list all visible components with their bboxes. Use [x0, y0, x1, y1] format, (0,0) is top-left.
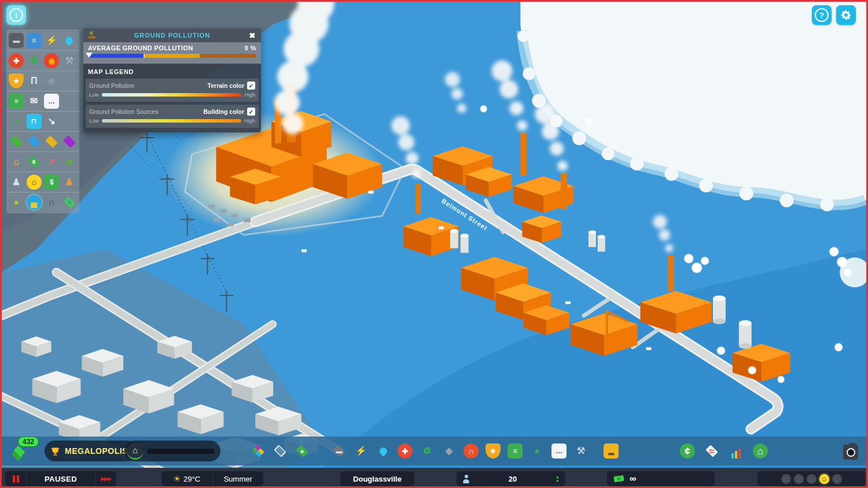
public-transport-icon[interactable]: ≡ — [27, 33, 42, 48]
settings-button[interactable] — [836, 5, 856, 25]
fire-rescue-icon[interactable]: ◉ — [44, 53, 59, 68]
police-icon[interactable]: ★ — [486, 443, 501, 459]
panel-title: GROUND POLLUTION — [97, 32, 247, 39]
photo-mode-icon[interactable] — [843, 445, 858, 460]
money-widget[interactable]: ∞ — [607, 471, 715, 486]
maintenance-icon[interactable]: ⚒ — [62, 53, 77, 68]
land-value-icon[interactable]: ● — [9, 195, 24, 210]
happiness-icon[interactable]: ☺ — [27, 175, 42, 190]
economy-icon[interactable]: ¢ — [680, 443, 695, 459]
residential-icon[interactable]: ⌂ — [9, 154, 24, 169]
zoning-icon[interactable] — [251, 443, 266, 459]
terrain-color-checkbox[interactable]: ✓ — [247, 82, 255, 90]
population-trend-icon: ▲▲ — [556, 475, 560, 482]
landscaping-icon[interactable]: ♠ — [295, 443, 310, 459]
money-icon — [613, 475, 624, 482]
population-icon[interactable]: ♟ — [9, 175, 24, 190]
help-icon: ? — [815, 8, 829, 22]
info-icon: i — [9, 8, 23, 22]
season-label: Summer — [213, 471, 264, 486]
zones-icon[interactable] — [44, 134, 59, 149]
police-icon[interactable]: ★ — [9, 73, 24, 88]
bulldozer-group: ▂ — [604, 443, 619, 459]
communications-icon[interactable]: … — [551, 443, 567, 459]
weather-widget[interactable]: ☀ 29°C Summer — [161, 471, 263, 486]
pause-button[interactable] — [5, 471, 26, 486]
administration-icon[interactable]: Π — [27, 73, 42, 88]
milestone-button[interactable]: MEGALOPOLIS — [45, 441, 137, 461]
water-map-icon[interactable] — [27, 134, 42, 149]
water-sewage-icon[interactable] — [376, 443, 391, 459]
fire-rescue-icon[interactable]: ∩ — [464, 443, 479, 459]
garbage-icon[interactable]: ♻ — [420, 443, 435, 459]
water-pollution-icon[interactable]: ≈ — [62, 195, 77, 210]
garbage-icon[interactable]: ♻ — [27, 53, 42, 68]
legend-label: Ground Pollution — [89, 82, 208, 89]
trophy-icon — [50, 446, 60, 456]
sidebar-row: ▬≡⚡ — [6, 31, 79, 51]
parks-recreation-icon[interactable]: ♠ — [9, 114, 24, 129]
legend-low: Low — [89, 118, 99, 124]
money-icon[interactable]: $ — [44, 175, 59, 190]
happiness-face-icon: ☺ — [832, 474, 842, 484]
xp-value-badge: 432 — [18, 437, 39, 447]
terrain-icon[interactable] — [9, 134, 24, 149]
ground-pollution-panel: GROUND POLLUTION ✖ AVERAGE GROUND POLLUT… — [83, 28, 261, 132]
sidebar-row: ⌂¢↗♣ — [6, 152, 79, 172]
healthcare-icon[interactable]: ✚ — [398, 443, 413, 459]
electricity-icon[interactable]: ⚡ — [44, 33, 59, 48]
infoview-button[interactable]: i — [6, 5, 26, 25]
levels-icon[interactable] — [62, 134, 77, 149]
xp-indicator[interactable]: 432 — [8, 439, 40, 463]
help-button[interactable]: ? — [812, 5, 832, 25]
service-tools-group: ▬⚡✚♻◆∩★≡♠…⚒ — [332, 443, 589, 459]
transportation-icon[interactable]: ≡ — [9, 94, 24, 109]
greenery-icon[interactable]: ♣ — [62, 154, 77, 169]
education-icon[interactable]: ◆ — [44, 73, 59, 88]
parks-recreation-icon[interactable]: ♠ — [529, 443, 545, 459]
terrain-gradient — [102, 93, 242, 97]
sidebar-row: ♟☺$♟ — [6, 172, 79, 193]
city-information-icon[interactable]: ⌂ — [753, 443, 768, 459]
education-icon[interactable]: ◆ — [442, 443, 457, 459]
money-value: ∞ — [630, 474, 636, 484]
sidebar-row: ♠⊓↘ — [6, 112, 79, 132]
economy-icon[interactable]: ¢ — [27, 154, 42, 169]
tourism-icon[interactable]: ⊓ — [27, 114, 42, 129]
workers-icon[interactable]: ♟ — [62, 175, 77, 190]
transit-icon[interactable]: ≡ — [507, 443, 523, 459]
sun-icon: ☀ — [173, 474, 181, 483]
transportation-overview-icon[interactable]: ≈ — [704, 443, 719, 459]
close-button[interactable]: ✖ — [247, 30, 258, 40]
sidebar-row: ★Π◆ — [6, 71, 79, 91]
healthcare-icon[interactable]: ✚ — [9, 53, 24, 68]
average-pollution-section: AVERAGE GROUND POLLUTION 0 % — [83, 42, 261, 64]
legend-high: High — [244, 118, 255, 124]
legend-row-terrain: Ground Pollution Terrain color ✓ Low Hig… — [86, 79, 259, 102]
noise-pollution-icon[interactable]: ∩ — [44, 195, 59, 210]
legend-high: High — [244, 92, 255, 98]
routes-icon[interactable]: ↘ — [44, 114, 59, 129]
roads-icon[interactable]: ▬ — [9, 33, 24, 48]
statistics-icon[interactable]: ↗ — [44, 154, 59, 169]
statistics-icon[interactable] — [729, 443, 744, 459]
speed-button[interactable]: ▶▶▶ — [95, 471, 116, 486]
districts-icon[interactable] — [273, 443, 288, 459]
city-name-widget[interactable]: Douglassville — [340, 471, 414, 486]
population-icon — [462, 475, 470, 483]
happiness-face-icon: ☺ — [781, 474, 791, 484]
happiness-face-icon: ☺ — [807, 474, 816, 484]
building-color-checkbox[interactable]: ✓ — [247, 108, 255, 116]
terraforming-icon[interactable]: ⚒ — [573, 443, 589, 459]
roads-icon[interactable]: ▬ — [332, 443, 347, 459]
mail-icon[interactable]: ✉ — [27, 94, 42, 109]
happiness-widget[interactable]: ☺☺☺☺☺ — [757, 471, 865, 486]
milestone-progress[interactable]: ⌂ — [124, 441, 220, 461]
bulldozer-icon[interactable]: ▂ — [604, 443, 619, 459]
city-name: Douglassville — [353, 475, 402, 483]
communications-icon[interactable]: … — [44, 94, 59, 109]
ground-pollution-icon[interactable]: ▄ — [27, 195, 42, 210]
water-icon[interactable] — [62, 33, 77, 48]
population-widget[interactable]: 20 ▲▲ — [457, 471, 565, 486]
electricity-icon[interactable]: ⚡ — [354, 443, 369, 459]
